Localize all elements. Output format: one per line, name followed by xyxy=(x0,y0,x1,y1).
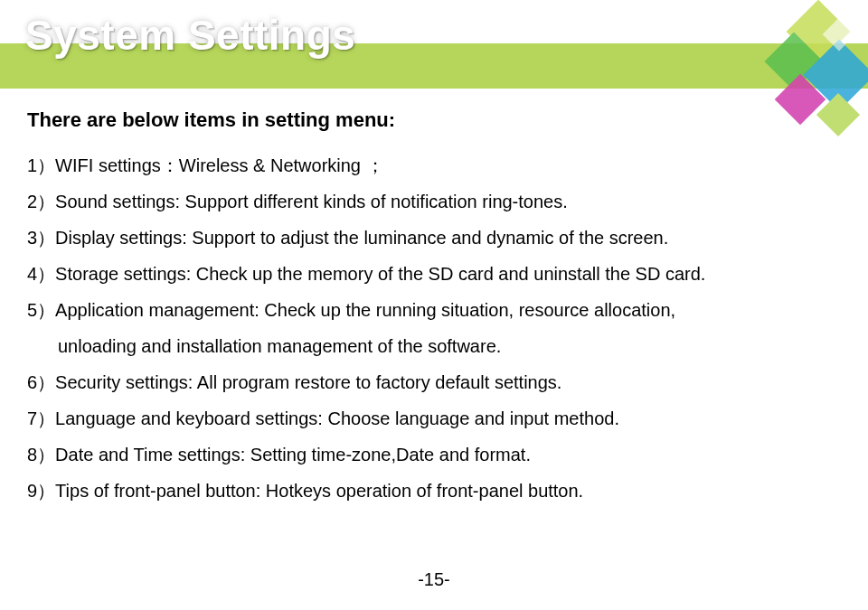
list-item: 2）Sound settings: Support different kind… xyxy=(27,184,814,219)
page-number: -15- xyxy=(0,569,868,590)
list-item: 3）Display settings: Support to adjust th… xyxy=(27,221,814,255)
list-item: 4）Storage settings: Check up the memory … xyxy=(27,257,814,291)
items-list: 1）WIFI settings：Wireless & Networking ；2… xyxy=(27,148,814,508)
list-item: unloading and installation management of… xyxy=(27,329,814,363)
intro-text: There are below items in setting menu: xyxy=(27,108,814,132)
svg-rect-4 xyxy=(816,93,860,136)
list-item: 6）Security settings: All program restore… xyxy=(27,365,814,399)
page-title: System Settings xyxy=(25,11,355,60)
list-item: 8）Date and Time settings: Setting time-z… xyxy=(27,437,814,472)
list-item: 9）Tips of front-panel button: Hotkeys op… xyxy=(27,474,814,508)
content-block: There are below items in setting menu: 1… xyxy=(27,108,814,510)
list-item: 7）Language and keyboard settings: Choose… xyxy=(27,401,814,436)
list-item: 1）WIFI settings：Wireless & Networking ； xyxy=(27,148,814,183)
list-item: 5）Application management: Check up the r… xyxy=(27,293,814,327)
